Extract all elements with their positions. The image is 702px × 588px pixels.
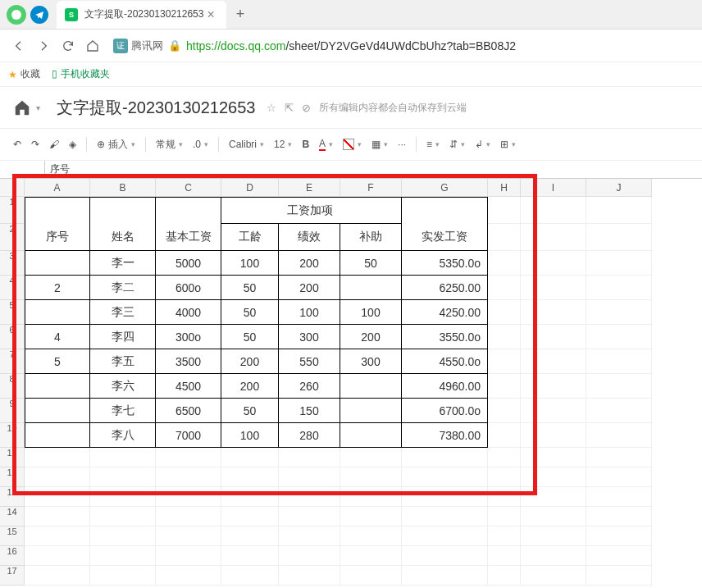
cell[interactable] (586, 197, 652, 224)
cell[interactable] (586, 374, 652, 399)
cell[interactable] (488, 325, 521, 349)
h-align-button[interactable]: ≡ ▾ (426, 139, 440, 150)
cell[interactable] (586, 487, 652, 507)
cell[interactable] (279, 448, 340, 467)
cell[interactable] (521, 566, 586, 586)
row-header[interactable]: 6 (0, 325, 25, 349)
cell[interactable] (221, 448, 279, 467)
cell-header[interactable]: 基本工资 (156, 224, 221, 251)
col-header[interactable]: D (221, 179, 279, 197)
redo-button[interactable]: ↷ (31, 139, 39, 150)
cell[interactable] (488, 566, 521, 586)
cell[interactable] (586, 467, 652, 487)
cell[interactable]: 600o (156, 276, 221, 300)
cell[interactable]: 50 (221, 325, 279, 349)
cell[interactable]: 100 (221, 251, 279, 276)
cell[interactable] (25, 487, 90, 507)
row-header[interactable]: 13 (0, 487, 25, 507)
cell[interactable] (521, 507, 586, 526)
cell[interactable] (402, 487, 488, 507)
cell-header[interactable]: 补助 (340, 224, 402, 251)
bookmarks-mobile[interactable]: 手机收藏夹 (52, 67, 110, 81)
cell[interactable] (488, 251, 521, 276)
cell[interactable]: 200 (221, 349, 279, 374)
col-header[interactable]: J (586, 179, 652, 197)
cell[interactable] (586, 526, 652, 546)
cell[interactable]: 4960.00 (402, 374, 488, 399)
cell[interactable] (586, 423, 652, 448)
cell[interactable] (521, 467, 586, 487)
cell[interactable]: 6700.0o (402, 399, 488, 423)
row-header[interactable]: 4 (0, 276, 25, 300)
cell[interactable] (25, 448, 90, 467)
cell[interactable]: 7000 (156, 423, 221, 448)
cell[interactable] (25, 507, 90, 526)
cell[interactable] (521, 276, 586, 300)
borders-button[interactable]: ▦ ▾ (372, 139, 388, 150)
cell-header[interactable]: 序号 (25, 224, 90, 251)
text-color-button[interactable]: A ▾ (319, 138, 333, 151)
cell[interactable]: 李三 (90, 300, 156, 325)
cell[interactable]: 李一 (90, 251, 156, 276)
row-header[interactable]: 1 (0, 197, 25, 224)
cell[interactable]: 3500 (156, 349, 221, 374)
cell[interactable] (521, 374, 586, 399)
cell[interactable] (402, 526, 488, 546)
col-header[interactable]: H (488, 179, 521, 197)
row-header[interactable]: 7 (0, 349, 25, 374)
col-header[interactable]: I (521, 179, 586, 197)
row-header[interactable]: 2 (0, 224, 25, 251)
spreadsheet-grid[interactable]: ABCDEFGHIJ1工资加项2序号姓名基本工资工龄绩效补助实发工资3李一500… (0, 179, 702, 586)
cell[interactable] (488, 507, 521, 526)
row-header[interactable]: 17 (0, 566, 25, 586)
cell[interactable] (156, 197, 221, 224)
row-header[interactable]: 12 (0, 467, 25, 487)
cell[interactable] (156, 467, 221, 487)
cell[interactable] (340, 197, 402, 224)
row-header[interactable]: 15 (0, 526, 25, 546)
reload-button[interactable] (56, 34, 80, 58)
cell[interactable]: 6500 (156, 399, 221, 423)
cell[interactable]: 300 (279, 325, 340, 349)
cell[interactable] (488, 546, 521, 566)
wrap-button[interactable]: ↲ ▾ (475, 139, 490, 150)
name-box[interactable] (0, 161, 45, 178)
row-header[interactable]: 5 (0, 300, 25, 325)
select-all[interactable] (0, 179, 25, 197)
cell[interactable]: 200 (221, 374, 279, 399)
cell[interactable] (25, 423, 90, 448)
cell[interactable] (340, 487, 402, 507)
close-tab-button[interactable]: × (203, 7, 217, 22)
row-header[interactable]: 16 (0, 546, 25, 566)
clear-format-button[interactable]: ◈ (69, 139, 76, 150)
cell[interactable] (586, 300, 652, 325)
cell-merged-header[interactable]: 工资加项 (279, 197, 340, 224)
insert-button[interactable]: ⊕ 插入 ▾ (97, 138, 135, 152)
cell[interactable] (156, 487, 221, 507)
cell[interactable]: 4550.0o (402, 349, 488, 374)
cell[interactable] (488, 197, 521, 224)
cell[interactable] (90, 467, 156, 487)
cell[interactable]: 5000 (156, 251, 221, 276)
formula-input[interactable]: 序号 (45, 161, 702, 178)
cell[interactable] (90, 507, 156, 526)
cell[interactable] (90, 197, 156, 224)
cell[interactable] (221, 467, 279, 487)
cell[interactable] (25, 300, 90, 325)
font-size-button[interactable]: 12 ▾ (274, 139, 292, 150)
cell[interactable] (488, 300, 521, 325)
cell[interactable] (156, 448, 221, 467)
cell[interactable] (402, 467, 488, 487)
cell[interactable] (586, 566, 652, 586)
col-header[interactable]: F (340, 179, 402, 197)
cell[interactable] (488, 224, 521, 251)
cell[interactable]: 550 (279, 349, 340, 374)
cell[interactable]: 4500 (156, 374, 221, 399)
doc-title[interactable]: 文字提取-20230130212653 (57, 97, 255, 119)
cell[interactable] (90, 526, 156, 546)
cell[interactable] (25, 526, 90, 546)
cell[interactable] (25, 399, 90, 423)
bold-button[interactable]: B (302, 139, 309, 150)
cell[interactable] (586, 448, 652, 467)
forward-button[interactable] (31, 34, 56, 58)
